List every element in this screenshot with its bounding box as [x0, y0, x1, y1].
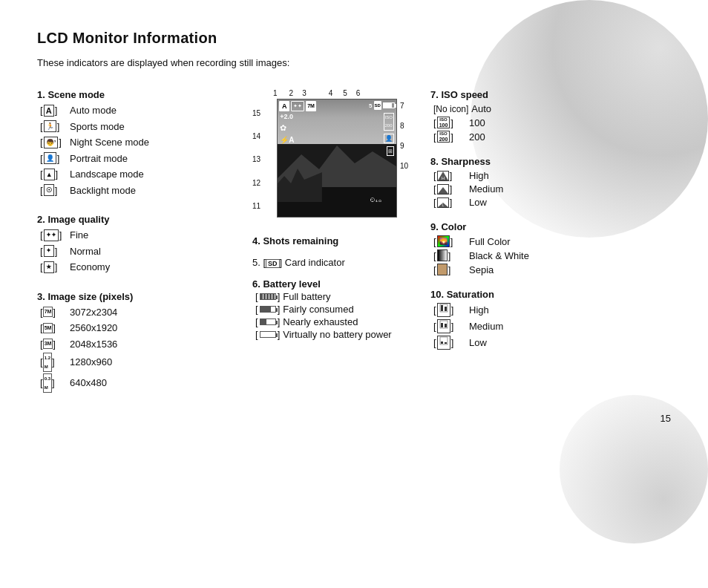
section3-title: 3. Image size (pixels) — [37, 291, 237, 302]
svg-rect-10 — [445, 324, 447, 327]
svg-rect-9 — [441, 323, 443, 327]
color-sepia-icon: [ ] — [433, 264, 463, 275]
diagram-num-1: 1 — [273, 89, 278, 97]
portrait-mode-icon: [ 👤 ] — [40, 151, 67, 166]
iso-100-icon: [ ISO 100 ] — [433, 117, 463, 128]
svg-marker-2 — [438, 187, 448, 194]
battery-full-icon — [260, 293, 276, 300]
diagram-num-4: 4 — [329, 89, 333, 97]
page-title: LCD Monitor Information — [37, 30, 671, 47]
size-03m-icon: [ 0.3M ] — [40, 373, 67, 393]
fine-quality-icon: [ ✦✦ ] — [40, 228, 67, 243]
section4: 4. Shots remaining — [252, 235, 392, 246]
section7-title: 7. ISO speed — [430, 89, 646, 100]
section10-title: 10. Saturation — [430, 289, 646, 300]
auto-mode-icon: [ A ] — [40, 103, 67, 118]
right-column: 7. ISO speed [No icon] Auto [ ISO — [416, 89, 646, 409]
svg-rect-6 — [441, 305, 443, 311]
section2-title: 2. Image quality — [37, 214, 237, 225]
section6: 6. Battery level [ ] Full battery [ — [252, 278, 392, 340]
diagram-num-3: 3 — [302, 89, 307, 97]
diagram-num-5: 5 — [343, 89, 347, 97]
size-1m-icon: [ 1.2M ] — [40, 353, 67, 372]
scene-mode-list: [ A ] Auto mode [ 🏃 ] Sports mode — [37, 103, 237, 197]
sports-mode-icon: [ 🏃 ] — [40, 120, 67, 134]
color-full-icon: [ 🌄 ] — [433, 235, 463, 247]
cam-scene-icon: A — [279, 101, 289, 111]
list-item: [ H ] High — [433, 170, 646, 181]
diagram-num-2: 2 — [289, 89, 294, 97]
cam-card-icon: SD — [374, 101, 381, 110]
size-7m-icon: [ 7M ] — [40, 305, 67, 320]
backlight-mode-icon: [ ☉ ] — [40, 183, 67, 198]
sharpness-medium-icon: [ ] — [433, 183, 463, 195]
list-item: [ L ] Low — [433, 197, 646, 208]
cam-flash-icon: ⚡A — [280, 136, 294, 144]
svg-rect-13 — [445, 342, 447, 344]
diagram-num-7: 7 — [400, 102, 408, 110]
backlight-mode-label: Backlight mode — [70, 183, 136, 198]
cam-right-controls: ISO200 👤 ⊞ — [384, 113, 394, 156]
iso-200-icon: [ ISO 200 ] — [433, 131, 463, 143]
camera-screen-display: A ✦✦ 7M 5 SD — [277, 99, 397, 218]
cam-timer-icon: ⏲₁₀ — [370, 197, 381, 203]
cam-size-icon: 7M — [306, 101, 316, 111]
iso-list: [No icon] Auto [ ISO 100 ] — [430, 103, 646, 143]
sat-low-icon: [ ] — [433, 336, 463, 350]
svg-rect-12 — [441, 342, 443, 344]
list-item: [ ✦ ] Normal — [40, 244, 237, 259]
diagram-num-11: 11 — [252, 202, 260, 210]
svg-rect-7 — [445, 307, 447, 311]
sat-high-icon: [ ] — [433, 303, 463, 317]
list-item: [ ] Medium — [433, 319, 646, 333]
list-item: [ A ] Auto mode — [40, 103, 237, 118]
cam-shots: 5 — [369, 102, 372, 109]
cam-exposure-value: +2.0 — [280, 113, 294, 120]
cam-battery-icon — [383, 102, 395, 108]
diagram-num-6: 6 — [356, 89, 361, 97]
list-item: [ 3M ] 2048x1536 — [40, 337, 237, 352]
cam-top-right: 5 SD — [369, 101, 395, 110]
diagram-num-9: 9 — [400, 142, 408, 150]
list-item: [ ] Low — [433, 336, 646, 350]
diagram-num-13: 13 — [252, 155, 260, 163]
battery-half-item: [ ] Nearly exhausted — [255, 316, 392, 327]
section-sharpness: 8. Sharpness [ H ] — [430, 156, 646, 208]
middle-column: 1 2 3 4 5 6 15 14 13 12 11 — [245, 89, 416, 409]
cam-right-numbers: 7 8 9 10 — [400, 99, 408, 170]
battery-half-icon — [260, 318, 276, 325]
list-item: [ 🌄 ] Full Color — [433, 235, 646, 247]
section5-title: 5. [SD] Card indicator — [252, 257, 392, 268]
diagram-num-8: 8 — [400, 122, 408, 130]
section6-title: 6. Battery level — [252, 278, 392, 290]
section-image-size: 3. Image size (pixels) [ 7M ] 3072x2304 … — [37, 291, 237, 393]
sharpness-list: [ H ] High — [430, 170, 646, 208]
sharpness-high-icon: [ H ] — [433, 170, 463, 181]
saturation-list: [ ] High — [430, 303, 646, 350]
battery-full-item: [ ] Full battery — [255, 291, 392, 302]
list-item: [ 👦’ ] Night Scene mode — [40, 135, 237, 150]
list-item: [ ISO 200 ] 200 — [433, 131, 646, 143]
size-list: [ 7M ] 3072x2304 [ 5M ] 2560x1920 — [37, 305, 237, 393]
camera-diagram: 1 2 3 4 5 6 15 14 13 12 11 — [252, 89, 408, 218]
list-item: [ ★ ] Economy — [40, 260, 237, 275]
list-item: [ 0.3M ] 640x480 — [40, 373, 237, 393]
sharpness-low-icon: [ L ] — [433, 197, 463, 208]
size-5m-icon: [ 5M ] — [40, 321, 67, 336]
landscape-mode-icon: [ ▲ ] — [40, 167, 67, 182]
list-item: [ 🏃 ] Sports mode — [40, 120, 237, 134]
sat-medium-icon: [ ] — [433, 319, 463, 333]
cam-iso-display: ISO200 — [384, 113, 394, 131]
section9-title: 9. Color — [430, 221, 646, 232]
list-item: [ 1.2M ] 1280x960 — [40, 353, 237, 372]
list-item: [ ] High — [433, 303, 646, 317]
battery-3q-icon — [260, 306, 276, 313]
section-saturation: 10. Saturation [ ] — [430, 289, 646, 350]
cam-grid-icon: ⊞ — [387, 146, 394, 156]
list-item: [ ▲ ] Landscape mode — [40, 167, 237, 182]
cam-face-icon: 👤 — [384, 134, 394, 143]
night-mode-icon: [ 👦’ ] — [40, 135, 67, 150]
section5: 5. [SD] Card indicator — [252, 257, 392, 268]
cam-macro-icon: ✿ — [280, 123, 294, 133]
battery-empty-icon — [260, 331, 276, 338]
